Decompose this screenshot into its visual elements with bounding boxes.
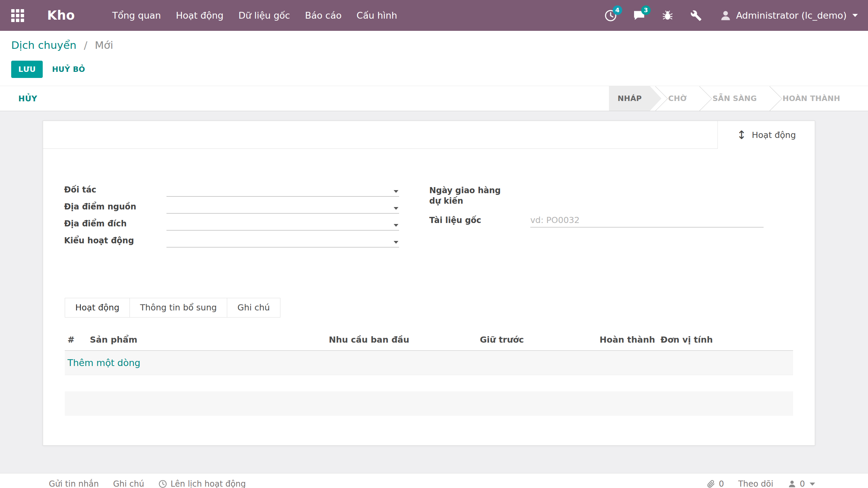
form-sheet: ↕ Hoạt động Đối tác Địa điểm nguồn: [43, 121, 815, 446]
chevron-down-icon: [394, 207, 398, 210]
field-label-destination-location: Địa điểm đích: [64, 219, 166, 228]
chatter-toolbar: Gửi tin nhắn Ghi chú Lên lịch hoạt động …: [0, 473, 868, 488]
send-message-button[interactable]: Gửi tin nhắn: [49, 479, 99, 488]
col-done: Hoàn thành: [524, 335, 655, 345]
user-menu[interactable]: Administrator (lc_demo): [719, 9, 858, 22]
sheet-header-strip: ↕ Hoạt động: [43, 121, 815, 149]
content-area: ↕ Hoạt động Đối tác Địa điểm nguồn: [0, 111, 868, 473]
schedule-activity-button[interactable]: Lên lịch hoạt động: [158, 479, 246, 488]
col-reserved: Giữ trước: [409, 335, 524, 345]
statusbar: HỦY NHÁP CHỜ SẴN SÀNG HOÀN THÀNH: [0, 86, 868, 111]
add-line-link[interactable]: Thêm một dòng: [65, 358, 140, 368]
tools-button[interactable]: [689, 8, 703, 23]
notebook-tabs: Hoạt động Thông tin bổ sung Ghi chú: [65, 298, 815, 318]
menu-item-overview[interactable]: Tổng quan: [105, 0, 169, 31]
col-initial-demand: Nhu cầu ban đầu: [293, 335, 409, 345]
breadcrumb: Dịch chuyển / Mới: [11, 38, 868, 52]
chevron-down-icon: [394, 224, 398, 227]
messages-button[interactable]: 3: [632, 8, 646, 23]
source-location-field[interactable]: [166, 200, 399, 214]
chevron-down-icon: [394, 190, 398, 193]
operation-type-field[interactable]: [166, 234, 399, 247]
activity-button-label: Hoạt động: [752, 130, 796, 140]
form-fields: Đối tác Địa điểm nguồn Địa điểm đích: [64, 181, 815, 278]
col-product: Sản phẩm: [90, 335, 293, 345]
list-header: # Sản phẩm Nhu cầu ban đầu Giữ trước Hoà…: [65, 329, 793, 351]
breadcrumb-parent[interactable]: Dịch chuyển: [11, 39, 76, 51]
user-avatar-icon: [719, 9, 732, 22]
destination-location-field[interactable]: [166, 217, 399, 230]
save-button[interactable]: LƯU: [11, 61, 43, 78]
field-label-scheduled-date: Ngày giao hàng dự kiến: [429, 181, 514, 212]
field-label-source-document: Tài liệu gốc: [429, 215, 514, 226]
field-label-partner: Đối tác: [64, 185, 166, 195]
partner-field[interactable]: [166, 183, 399, 197]
paperclip-icon: [707, 480, 715, 488]
up-down-arrows-icon: ↕: [737, 129, 747, 141]
operations-list: # Sản phẩm Nhu cầu ban đầu Giữ trước Hoà…: [65, 329, 793, 416]
apps-menu-icon[interactable]: [11, 9, 24, 22]
table-row-empty: [65, 391, 793, 416]
control-panel-buttons: LƯU HUỶ BỎ: [11, 61, 868, 78]
person-icon: [788, 480, 796, 488]
status-step-ready[interactable]: SẴN SÀNG: [704, 86, 766, 111]
app-brand[interactable]: Kho: [47, 8, 75, 23]
systray: 4 3: [604, 8, 858, 23]
follow-button[interactable]: Theo dõi: [738, 479, 773, 488]
main-menu: Tổng quan Hoạt động Dữ liệu gốc Báo cáo …: [105, 0, 405, 31]
menu-item-configuration[interactable]: Cấu hình: [349, 0, 405, 31]
status-step-done[interactable]: HOÀN THÀNH: [774, 86, 849, 111]
clock-icon: [158, 480, 167, 488]
control-panel: Dịch chuyển / Mới LƯU HUỶ BỎ: [0, 31, 868, 86]
menu-item-master-data[interactable]: Dữ liệu gốc: [231, 0, 297, 31]
breadcrumb-separator: /: [84, 39, 87, 51]
table-row: Thêm một dòng: [65, 351, 793, 375]
form-fields-right: Ngày giao hàng dự kiến Tài liệu gốc: [429, 181, 768, 229]
messages-badge: 3: [641, 5, 651, 15]
user-name: Administrator (lc_demo): [736, 10, 847, 21]
discard-button[interactable]: HUỶ BỎ: [52, 65, 85, 74]
tab-additional-info[interactable]: Thông tin bổ sung: [130, 298, 227, 318]
wrench-icon: [690, 10, 702, 21]
chevron-down-icon: [852, 14, 858, 17]
breadcrumb-current: Mới: [95, 39, 113, 51]
bug-icon: [662, 10, 673, 21]
tab-operations[interactable]: Hoạt động: [65, 298, 130, 318]
debug-button[interactable]: [660, 8, 675, 23]
field-label-operation-type: Kiểu hoạt động: [64, 236, 166, 245]
scheduled-date-field[interactable]: [530, 181, 764, 196]
field-label-source-location: Địa điểm nguồn: [64, 202, 166, 211]
chevron-down-icon: [394, 241, 398, 244]
tab-note[interactable]: Ghi chú: [227, 298, 280, 318]
activity-button[interactable]: ↕ Hoạt động: [717, 121, 815, 149]
followers-button[interactable]: 0: [788, 479, 815, 488]
attachments-button[interactable]: 0: [707, 479, 724, 488]
activities-button[interactable]: 4: [604, 8, 618, 23]
activities-badge: 4: [613, 5, 622, 15]
menu-item-reporting[interactable]: Báo cáo: [297, 0, 349, 31]
menu-item-operations[interactable]: Hoạt động: [169, 0, 231, 31]
source-document-input[interactable]: [530, 213, 764, 227]
cancel-button[interactable]: HỦY: [18, 94, 37, 103]
col-uom: Đơn vị tính: [655, 335, 793, 345]
top-navbar: Kho Tổng quan Hoạt động Dữ liệu gốc Báo …: [0, 0, 868, 31]
table-row-empty: [65, 375, 793, 391]
chatter-followers: 0 Theo dõi 0: [707, 479, 815, 488]
chatter-actions: Gửi tin nhắn Ghi chú Lên lịch hoạt động: [49, 479, 246, 488]
col-index: #: [65, 335, 90, 345]
app-window: Kho Tổng quan Hoạt động Dữ liệu gốc Báo …: [0, 0, 868, 488]
status-pipeline: NHÁP CHỜ SẴN SÀNG HOÀN THÀNH: [609, 86, 849, 111]
chevron-down-icon: [810, 483, 815, 486]
log-note-button[interactable]: Ghi chú: [113, 479, 144, 488]
